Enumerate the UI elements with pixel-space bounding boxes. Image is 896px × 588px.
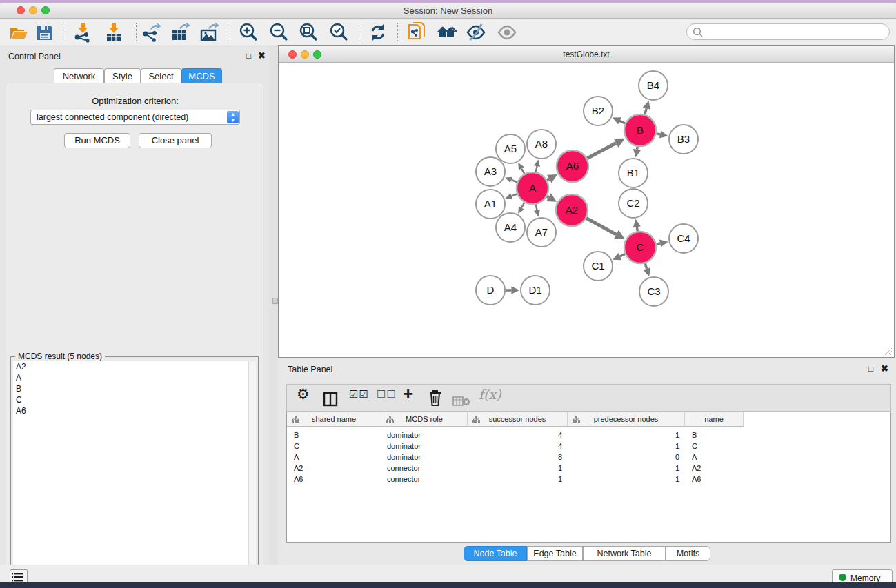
edge-B-B4[interactable] [643, 101, 650, 114]
tab-node-table[interactable]: Node Table [464, 546, 527, 561]
node-A8[interactable]: A8 [527, 130, 556, 159]
node-A2[interactable]: A2 [556, 194, 588, 226]
edge-C-C2[interactable] [633, 219, 641, 232]
cell[interactable]: A6 [692, 474, 701, 485]
divider-handle[interactable] [272, 298, 278, 304]
float-table-panel-icon[interactable]: □ [868, 364, 873, 374]
edge-B-B1[interactable] [633, 147, 641, 158]
import-network-icon[interactable] [72, 22, 93, 43]
cell[interactable]: connector [387, 463, 420, 474]
cell[interactable]: connector [387, 474, 420, 485]
node-B2[interactable]: B2 [584, 97, 613, 125]
node-A4[interactable]: A4 [496, 213, 525, 242]
cell[interactable]: 1 [568, 474, 679, 485]
node-A7[interactable]: A7 [527, 218, 556, 247]
node-B4[interactable]: B4 [639, 71, 668, 100]
cell[interactable]: dominator [387, 429, 421, 440]
float-panel-icon[interactable]: □ [246, 51, 251, 61]
open-file-icon[interactable] [8, 22, 29, 43]
cell[interactable]: 1 [568, 440, 679, 452]
hide-details-icon[interactable] [466, 22, 486, 43]
node-A[interactable]: A [517, 172, 548, 204]
network-window-titlebar[interactable]: testGlobe.txt [279, 46, 894, 63]
cell[interactable]: 4 [468, 429, 562, 440]
edge-A-A3[interactable] [505, 177, 517, 183]
cell[interactable]: 1 [568, 429, 679, 440]
resize-grip-icon[interactable] [884, 347, 893, 356]
node-C4[interactable]: C4 [669, 224, 698, 253]
select-all-icon[interactable]: ☑☑ [349, 388, 369, 407]
zoom-out-icon[interactable] [269, 22, 290, 43]
cell[interactable]: 8 [468, 452, 562, 463]
close-panel-icon[interactable]: ✖ [258, 50, 266, 61]
edge-A-A8[interactable] [534, 160, 540, 172]
node-C2[interactable]: C2 [619, 189, 648, 218]
zoom-selected-icon[interactable] [329, 22, 350, 43]
function-builder-icon[interactable]: f(x) [479, 387, 501, 406]
close-panel-button[interactable]: Close panel [139, 133, 212, 148]
tab-network-table[interactable]: Network Table [583, 546, 666, 561]
save-session-icon[interactable] [34, 22, 55, 43]
tab-network[interactable]: Network [54, 68, 104, 83]
cell[interactable]: C [692, 440, 697, 452]
edge-B-B3[interactable] [657, 130, 668, 138]
node-A6[interactable]: A6 [557, 150, 588, 182]
cell[interactable]: A [294, 452, 299, 463]
result-item[interactable]: A6 [13, 405, 250, 416]
close-table-panel-icon[interactable]: ✖ [881, 363, 888, 374]
edge-A-A5[interactable] [518, 163, 524, 174]
tab-select[interactable]: Select [141, 68, 181, 83]
cell[interactable]: C [294, 440, 299, 452]
edge-A2-C[interactable] [586, 218, 625, 239]
result-scrollbar[interactable] [248, 361, 256, 587]
edge-C-C3[interactable] [643, 263, 650, 276]
home-view-icon[interactable] [436, 22, 457, 43]
clone-network-icon[interactable] [407, 22, 428, 43]
col-header-mcds-role[interactable]: MCDS role [381, 412, 468, 427]
col-header-predecessor-nodes[interactable]: predecessor nodes [568, 412, 685, 427]
col-header-name[interactable]: name [685, 412, 744, 427]
edge-A6-B[interactable] [587, 139, 625, 159]
add-column-icon[interactable]: + [403, 383, 413, 403]
export-table-icon[interactable] [170, 22, 190, 43]
deselect-all-icon[interactable]: ☐☐ [377, 388, 397, 407]
node-D1[interactable]: D1 [521, 276, 550, 305]
zoom-fit-icon[interactable] [299, 22, 319, 43]
tab-edge-table[interactable]: Edge Table [527, 546, 583, 561]
zoom-in-icon[interactable] [239, 22, 259, 43]
criterion-dropdown[interactable]: largest connected component (directed) ▲… [30, 110, 240, 125]
tab-motifs[interactable]: Motifs [666, 546, 710, 561]
import-table-icon[interactable] [103, 22, 124, 43]
node-C3[interactable]: C3 [639, 277, 668, 306]
cell[interactable]: dominator [387, 452, 421, 463]
cell[interactable]: 1 [468, 463, 562, 474]
edge-D-D1[interactable] [506, 286, 519, 294]
edge-A-A1[interactable] [506, 193, 517, 199]
edge-B-B2[interactable] [613, 117, 625, 124]
cell[interactable]: A [692, 452, 697, 463]
edge-A-A7[interactable] [534, 205, 540, 217]
edge-C-C4[interactable] [657, 239, 668, 247]
cell[interactable]: B [294, 429, 299, 440]
node-D[interactable]: D [476, 276, 505, 305]
node-A3[interactable]: A3 [476, 157, 505, 186]
node-B1[interactable]: B1 [619, 159, 648, 187]
col-header-shared-name[interactable]: shared name [287, 412, 381, 427]
cell[interactable]: 1 [468, 474, 562, 485]
search-box[interactable] [686, 23, 890, 40]
table-options-gear-icon[interactable]: ⚙ [297, 386, 310, 405]
result-item[interactable]: A [13, 372, 250, 383]
node-B[interactable]: B [624, 114, 656, 146]
node-A1[interactable]: A1 [476, 190, 505, 219]
result-item[interactable]: A2 [13, 361, 250, 372]
column-selector-icon[interactable] [323, 389, 338, 409]
show-details-icon[interactable] [497, 22, 517, 43]
edge-A-A6[interactable] [547, 174, 557, 183]
delete-column-trash-icon[interactable] [427, 388, 444, 407]
search-input[interactable] [706, 26, 882, 38]
export-network-icon[interactable] [141, 22, 161, 43]
refresh-icon[interactable] [368, 22, 388, 43]
export-image-icon[interactable] [199, 22, 219, 43]
cell[interactable]: A2 [692, 463, 701, 474]
panel-divider[interactable] [269, 45, 278, 565]
